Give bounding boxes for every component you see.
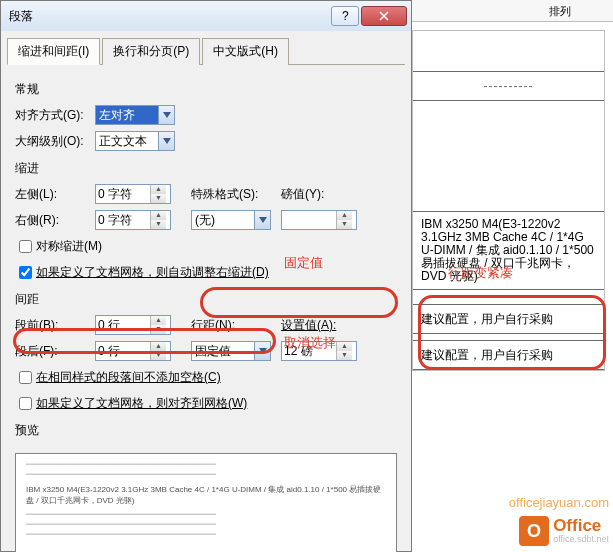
dialog-panel: 常规 对齐方式(G): 大纲级别(O): 缩进 左侧(L): ▲▼ 特殊格式(S…: [1, 65, 411, 449]
ribbon-fragment: 排列: [412, 0, 613, 22]
by-spin[interactable]: ▲▼: [281, 210, 357, 230]
preview-sample: IBM x3250 M4(E3-1220v2 3.1GHz 3MB Cache …: [26, 484, 386, 506]
alignment-value[interactable]: [96, 106, 158, 124]
tab-line-page-break[interactable]: 换行和分页(P): [102, 38, 200, 65]
no-space-same-style-check[interactable]: [19, 371, 32, 384]
chevron-down-icon[interactable]: [158, 106, 174, 124]
chevron-down-icon[interactable]: [254, 342, 270, 360]
auto-adjust-right-label: 如果定义了文档网格，则自动调整右缩进(D): [36, 264, 269, 281]
dialog-title: 段落: [5, 8, 329, 25]
tab-indent-spacing[interactable]: 缩进和间距(I): [7, 38, 100, 65]
outline-value[interactable]: [96, 132, 158, 150]
paragraph-dialog: 段落 ? 缩进和间距(I) 换行和分页(P) 中文版式(H) 常规 对齐方式(G…: [0, 0, 412, 552]
snap-to-grid-label: 如果定义了文档网格，则对齐到网格(W): [36, 395, 247, 412]
document-page: ---------- IBM x3250 M4(E3-1220v2 3.1GHz…: [412, 30, 605, 371]
svg-marker-3: [163, 112, 171, 118]
preview-box: ━━━━━━━━━━━━━━━━━━━━━━━━━━━━━━━━━━━━━━━━…: [15, 453, 397, 552]
suggest-row-2: 建议配置，用户自行采购: [413, 340, 604, 370]
annotation-fixed-value: 固定值: [284, 254, 323, 272]
indent-left-label: 左侧(L):: [15, 186, 95, 203]
close-button[interactable]: [361, 6, 407, 26]
section-preview: 预览: [15, 422, 397, 439]
mirror-indent-check[interactable]: [19, 240, 32, 253]
section-general: 常规: [15, 81, 397, 98]
annotation-tight-spacing: 行距变紧凑: [448, 264, 513, 282]
chevron-down-icon[interactable]: [158, 132, 174, 150]
indent-left-spin[interactable]: ▲▼: [95, 184, 171, 204]
line-spacing-combo[interactable]: [191, 341, 271, 361]
section-spacing: 间距: [15, 291, 397, 308]
outline-label: 大纲级别(O):: [15, 133, 95, 150]
auto-adjust-right-check[interactable]: [19, 266, 32, 279]
indent-right-spin[interactable]: ▲▼: [95, 210, 171, 230]
special-label: 特殊格式(S):: [191, 186, 261, 203]
tab-asian-typography[interactable]: 中文版式(H): [202, 38, 289, 65]
svg-marker-4: [163, 138, 171, 144]
svg-text:?: ?: [342, 11, 349, 21]
special-combo[interactable]: [191, 210, 271, 230]
alignment-combo[interactable]: [95, 105, 175, 125]
titlebar: 段落 ?: [1, 1, 411, 31]
section-indent: 缩进: [15, 160, 397, 177]
svg-marker-6: [259, 348, 267, 354]
suggest-row-1: 建议配置，用户自行采购: [413, 304, 604, 334]
outline-combo[interactable]: [95, 131, 175, 151]
chevron-down-icon[interactable]: [254, 211, 270, 229]
tab-strip: 缩进和间距(I) 换行和分页(P) 中文版式(H): [7, 37, 405, 65]
annotation-uncheck: 取消选择: [284, 334, 336, 352]
no-space-same-style-label: 在相同样式的段落间不添加空格(C): [36, 369, 221, 386]
snap-to-grid-check[interactable]: [19, 397, 32, 410]
space-after-spin[interactable]: ▲▼: [95, 341, 171, 361]
line-spacing-label: 行距(N):: [191, 317, 261, 334]
space-after-label: 段后(F):: [15, 343, 95, 360]
at-label: 设置值(A):: [281, 317, 336, 334]
svg-marker-5: [259, 217, 267, 223]
space-before-label: 段前(B):: [15, 317, 95, 334]
alignment-label: 对齐方式(G):: [15, 107, 95, 124]
help-button[interactable]: ?: [331, 6, 359, 26]
mirror-indent-label: 对称缩进(M): [36, 238, 102, 255]
dash-row: ----------: [413, 71, 604, 101]
by-label: 磅值(Y):: [281, 186, 324, 203]
space-before-spin[interactable]: ▲▼: [95, 315, 171, 335]
indent-right-label: 右侧(R):: [15, 212, 95, 229]
